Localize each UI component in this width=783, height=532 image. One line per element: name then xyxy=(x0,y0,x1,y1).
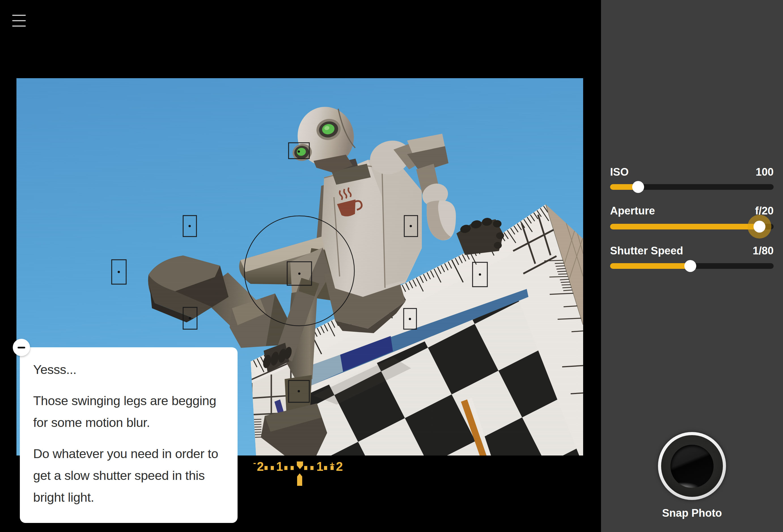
svg-text:2: 2 xyxy=(257,460,264,473)
svg-text:+: + xyxy=(330,460,335,469)
svg-text:1: 1 xyxy=(316,460,323,473)
svg-text:2: 2 xyxy=(336,460,343,473)
svg-text:-: - xyxy=(253,458,256,467)
svg-text:1: 1 xyxy=(276,460,283,473)
